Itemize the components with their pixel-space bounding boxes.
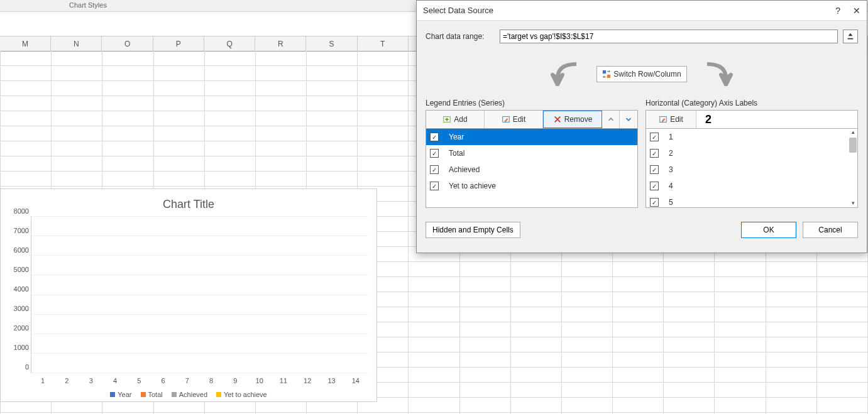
cell[interactable] xyxy=(52,66,102,81)
cell[interactable] xyxy=(358,51,409,66)
cell[interactable] xyxy=(102,156,153,172)
cell[interactable] xyxy=(562,277,613,292)
series-item-yet-to-achieve[interactable]: ✓Yet to achieve xyxy=(426,178,637,194)
cell[interactable] xyxy=(358,156,409,172)
cell[interactable] xyxy=(102,66,153,81)
range-collapse-button[interactable] xyxy=(843,30,858,43)
edit-series-button[interactable]: Edit xyxy=(485,111,543,128)
bar-group[interactable] xyxy=(344,216,368,373)
cell[interactable] xyxy=(562,262,613,277)
close-icon[interactable]: ✕ xyxy=(853,1,860,21)
cell[interactable] xyxy=(52,96,102,111)
cell[interactable] xyxy=(205,81,256,96)
cell[interactable] xyxy=(409,352,459,368)
cell[interactable] xyxy=(766,292,817,307)
cell[interactable] xyxy=(460,277,511,292)
cell[interactable] xyxy=(613,277,664,292)
checkbox[interactable]: ✓ xyxy=(650,182,659,190)
cell[interactable] xyxy=(766,307,817,322)
cell[interactable] xyxy=(460,352,511,368)
cell[interactable] xyxy=(256,111,307,126)
cell[interactable] xyxy=(613,398,664,413)
cell[interactable] xyxy=(715,383,766,398)
column-header-M[interactable]: M xyxy=(0,36,51,52)
cell[interactable] xyxy=(409,368,459,383)
cell[interactable] xyxy=(817,277,868,292)
remove-series-button[interactable]: Remove xyxy=(543,111,602,128)
chart-plot-area[interactable]: 010002000300040005000600070008000 xyxy=(31,216,368,373)
cell[interactable] xyxy=(256,66,307,81)
cell[interactable] xyxy=(358,172,409,187)
bar-group[interactable] xyxy=(224,216,248,373)
cell[interactable] xyxy=(205,111,256,126)
bar-group[interactable] xyxy=(79,216,103,373)
cell[interactable] xyxy=(307,111,358,126)
cell[interactable] xyxy=(817,352,868,368)
cell[interactable] xyxy=(511,277,562,292)
cell[interactable] xyxy=(613,292,664,307)
cell[interactable] xyxy=(307,141,358,156)
cell[interactable] xyxy=(715,277,766,292)
scroll-up-icon[interactable]: ▴ xyxy=(849,129,857,136)
cell[interactable] xyxy=(1,141,52,156)
cell[interactable] xyxy=(817,368,868,383)
cell[interactable] xyxy=(511,322,562,337)
series-item-achieved[interactable]: ✓Achieved xyxy=(426,161,637,178)
cell[interactable] xyxy=(1,81,52,96)
cell[interactable] xyxy=(205,96,256,111)
checkbox[interactable]: ✓ xyxy=(650,149,659,158)
cell[interactable] xyxy=(715,368,766,383)
cell[interactable] xyxy=(613,368,664,383)
bar-group[interactable] xyxy=(248,216,272,373)
cell[interactable] xyxy=(766,322,817,337)
chart-title[interactable]: Chart Title xyxy=(1,189,376,216)
cell[interactable] xyxy=(256,96,307,111)
cell[interactable] xyxy=(766,277,817,292)
axis-item-4[interactable]: ✓4 xyxy=(646,178,857,194)
cell[interactable] xyxy=(1,156,52,172)
cell[interactable] xyxy=(102,111,153,126)
cell[interactable] xyxy=(562,307,613,322)
cell[interactable] xyxy=(154,66,205,81)
axis-item-2[interactable]: ✓2 xyxy=(646,145,857,161)
axis-item-1[interactable]: ✓1 xyxy=(646,129,857,145)
cell[interactable] xyxy=(715,337,766,352)
column-header-T[interactable]: T xyxy=(358,36,409,52)
chart-legend[interactable]: Year Total Achieved Yet to achieve xyxy=(1,391,376,398)
cell[interactable] xyxy=(52,51,102,66)
checkbox[interactable]: ✓ xyxy=(430,133,439,141)
cell[interactable] xyxy=(511,262,562,277)
legend-achieved[interactable]: Achieved xyxy=(172,391,207,398)
cell[interactable] xyxy=(409,398,459,413)
axis-item-3[interactable]: ✓3 xyxy=(646,161,857,178)
cell[interactable] xyxy=(409,292,459,307)
bar-group[interactable] xyxy=(295,216,319,373)
cell[interactable] xyxy=(154,81,205,96)
series-item-total[interactable]: ✓Total xyxy=(426,145,637,161)
cell[interactable] xyxy=(52,81,102,96)
cell[interactable] xyxy=(715,398,766,413)
column-header-P[interactable]: P xyxy=(153,36,204,52)
cell[interactable] xyxy=(562,337,613,352)
cell[interactable] xyxy=(562,383,613,398)
cell[interactable] xyxy=(205,156,256,172)
cell[interactable] xyxy=(766,398,817,413)
cell[interactable] xyxy=(613,383,664,398)
cell[interactable] xyxy=(766,368,817,383)
cell[interactable] xyxy=(102,172,153,187)
cell[interactable] xyxy=(154,111,205,126)
cell[interactable] xyxy=(154,141,205,156)
cell[interactable] xyxy=(613,352,664,368)
bar-group[interactable] xyxy=(104,216,128,373)
cell[interactable] xyxy=(205,66,256,81)
cell[interactable] xyxy=(52,172,102,187)
cell[interactable] xyxy=(460,292,511,307)
cell[interactable] xyxy=(358,96,409,111)
cell[interactable] xyxy=(664,368,715,383)
cell[interactable] xyxy=(562,368,613,383)
add-series-button[interactable]: Add xyxy=(426,111,485,128)
chart-container[interactable]: Chart Title 0100020003000400050006000700… xyxy=(0,188,377,402)
cell[interactable] xyxy=(307,51,358,66)
cell[interactable] xyxy=(511,337,562,352)
cell[interactable] xyxy=(460,368,511,383)
